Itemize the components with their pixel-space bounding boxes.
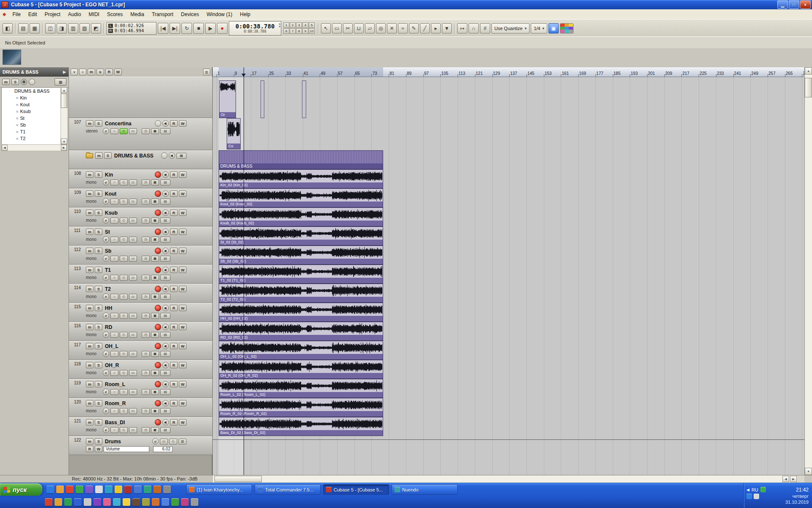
timebase-icon[interactable]: ◷	[142, 351, 150, 357]
quick-launch-icon[interactable]	[163, 486, 171, 493]
eq-state-icon[interactable]: ◇	[120, 128, 128, 134]
record-icon[interactable]: ●	[217, 23, 228, 34]
marker-button-3[interactable]: 3	[296, 22, 302, 28]
solo-button[interactable]: S	[95, 248, 102, 254]
left-locator[interactable]: L0:00:02.926	[108, 23, 155, 28]
read-automation-button[interactable]: R	[170, 381, 178, 387]
read-automation-button[interactable]: R	[170, 400, 178, 406]
monitor-button[interactable]	[162, 210, 169, 216]
mute-tool-icon[interactable]: ✕	[387, 23, 397, 33]
mute-button[interactable]: m	[86, 381, 93, 387]
timebase-icon[interactable]: ◷	[142, 313, 150, 319]
audio-event-concertina[interactable]: Co	[227, 118, 241, 149]
lane-display-icon[interactable]: ▤	[160, 408, 170, 414]
write-automation-button[interactable]: W	[179, 171, 187, 178]
sends-state-icon[interactable]: ▭	[129, 351, 137, 357]
auto-fades-icon[interactable]: ◩	[91, 23, 101, 33]
tree-item-t1[interactable]: ≈T1	[2, 128, 67, 135]
solo-button[interactable]: S	[95, 267, 102, 273]
read-automation-button[interactable]: R	[170, 229, 178, 235]
solo-button[interactable]: S	[95, 305, 102, 311]
record-enable-button[interactable]	[155, 324, 161, 330]
menu-scores[interactable]: Scores	[103, 9, 126, 19]
event-display[interactable]: 1917253341495765738189971051131211291371…	[212, 67, 804, 475]
inspector-header[interactable]: DRUMS & BASS ▶	[0, 67, 69, 77]
use-quantize-dropdown[interactable]: Use Quantize▾	[491, 23, 529, 33]
sends-state-icon[interactable]: ▭	[129, 332, 137, 338]
lock-icon[interactable]: ▣	[151, 370, 159, 376]
tree-item-t2[interactable]: ≈T2	[2, 135, 67, 142]
quick-launch-icon[interactable]	[103, 498, 111, 506]
eq-state-icon[interactable]: ◇	[120, 179, 128, 185]
monitor-button[interactable]	[162, 286, 169, 292]
eq-state-icon[interactable]: ◇	[120, 218, 128, 224]
solo-button[interactable]: S	[95, 343, 102, 349]
tray-icon[interactable]	[760, 487, 766, 492]
time-increment-icon[interactable]: ▴	[279, 22, 280, 25]
monitor-button[interactable]	[162, 419, 169, 425]
sends-state-icon[interactable]: ▭	[129, 294, 137, 300]
solo-button[interactable]: S	[95, 362, 102, 368]
quick-launch-icon[interactable]	[56, 486, 64, 493]
taskbar-window-total-commander-7-5[interactable]: Total Commander 7.5...	[255, 484, 321, 495]
time-warp-tool-icon[interactable]: ≈	[398, 23, 408, 33]
solo-button[interactable]: S	[95, 286, 102, 292]
quick-launch-icon[interactable]	[95, 486, 103, 493]
scrollbar-thumb[interactable]	[61, 94, 67, 108]
edit-channel-button[interactable]: e	[103, 198, 109, 204]
menu-window-1[interactable]: Window (1)	[203, 9, 236, 19]
sends-state-icon[interactable]: ▭	[129, 370, 137, 376]
track-kout[interactable]: 109mSKoutRWmonoe○◇▭◷▣▤	[69, 188, 212, 207]
quick-launch-icon[interactable]	[132, 498, 140, 506]
eq-state-icon[interactable]: ◇	[120, 370, 128, 376]
record-enable-button[interactable]	[155, 343, 161, 349]
marker-button-2[interactable]: 2	[290, 22, 296, 28]
eq-state-icon[interactable]: ◇	[120, 427, 128, 433]
line-tool-icon[interactable]: ╱	[420, 23, 430, 33]
track-oh-r[interactable]: 118mSOH_RRWmonoe○◇▭◷▣▤	[69, 360, 212, 379]
show-info-line-icon[interactable]: ▥	[68, 23, 78, 33]
menu-file[interactable]: File	[8, 9, 24, 19]
record-enable-button[interactable]	[155, 210, 161, 216]
quick-launch-icon[interactable]	[45, 498, 52, 506]
lane-display-icon[interactable]: ▤	[160, 218, 170, 224]
track-concertina[interactable]: 107mSConcertinaRWstereoe○◇▭◷▣▤	[69, 118, 212, 150]
lane-display-icon[interactable]: ▤	[160, 332, 170, 338]
monitor-button[interactable]	[162, 190, 169, 197]
marker-button-6[interactable]: 6	[283, 28, 289, 34]
mute-button[interactable]: m	[95, 152, 103, 159]
monitor-button[interactable]	[162, 343, 169, 349]
monitor-button[interactable]	[162, 229, 169, 235]
record-enable-button[interactable]	[155, 248, 161, 254]
glue-tool-icon[interactable]: ⊔	[354, 23, 364, 33]
taskbar-window-cubase-5-cubase-5[interactable]: Cubase 5 - [Cubase 5...	[323, 484, 389, 495]
scroll-up-icon[interactable]: ▲	[805, 67, 812, 75]
timebase-icon[interactable]: ◷	[142, 218, 150, 224]
track-list-config-icon[interactable]: ▥	[203, 69, 210, 75]
quick-launch-icon[interactable]	[162, 498, 169, 506]
mute-button[interactable]: m	[86, 400, 93, 406]
quick-launch-icon[interactable]	[142, 498, 150, 506]
menu-media[interactable]: Media	[126, 9, 148, 19]
marker-button-8[interactable]: 8	[296, 28, 302, 34]
quick-launch-icon[interactable]	[76, 486, 83, 493]
solo-all-button[interactable]: s	[96, 69, 104, 75]
record-enable-button[interactable]	[155, 381, 161, 387]
record-enable-button[interactable]	[155, 120, 161, 127]
lane-display-icon[interactable]: ▤	[160, 199, 170, 204]
quantize-value-dropdown[interactable]: 1/4▾	[531, 23, 547, 33]
inserts-state-icon[interactable]: ○	[110, 332, 118, 338]
track-room-r[interactable]: 120mSRoom_RRWmonoe○◇▭◷▣▤	[69, 398, 212, 417]
lane-display-icon[interactable]: ▤	[160, 128, 170, 134]
edit-channel-button[interactable]: e	[103, 312, 109, 319]
menu-help[interactable]: Help	[236, 9, 254, 19]
eq-state-icon[interactable]: ◇	[120, 237, 128, 243]
lock-icon[interactable]: ▣	[151, 218, 159, 224]
eq-state-icon[interactable]: ◇	[169, 439, 177, 444]
read-automation-button[interactable]: R	[86, 446, 93, 452]
lock-icon[interactable]: ▣	[151, 179, 159, 185]
automation-curve[interactable]	[213, 439, 804, 440]
close-button[interactable]: ×	[800, 0, 811, 9]
time-decrement-icon[interactable]: ▾	[279, 25, 280, 28]
sends-state-icon[interactable]: ▭	[129, 179, 137, 185]
